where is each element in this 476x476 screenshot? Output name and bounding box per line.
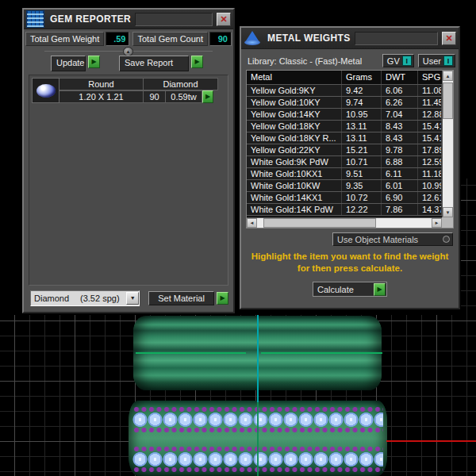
table-row[interactable]: Yellow Gold:22KY 15.21 9.78 17.89 xyxy=(247,144,442,156)
vertical-scrollbar[interactable]: ▲ ▼ xyxy=(442,71,453,217)
cell-grams[interactable]: 15.21 xyxy=(342,144,382,155)
cell-spg[interactable]: 12.61 xyxy=(418,192,442,203)
horizontal-scrollbar[interactable]: ◄ ► xyxy=(247,217,442,228)
metal-weights-titlebar[interactable]: METAL WEIGHTS ✕ xyxy=(241,28,459,49)
gem-reporter-titlebar[interactable]: GEM REPORTER ✕ xyxy=(24,10,233,29)
cell-grams[interactable]: 13.11 xyxy=(342,132,382,144)
cell-dwt[interactable]: 6.11 xyxy=(382,168,418,179)
gem-thumbnail-cell[interactable] xyxy=(32,78,60,103)
table-row[interactable]: White Gold:10KW 9.35 6.01 10.99 xyxy=(247,180,442,192)
use-object-materials-button[interactable]: Use Object Materials xyxy=(332,232,453,246)
cell-spg[interactable]: 12.88 xyxy=(418,109,442,120)
titlebar-drag-area[interactable] xyxy=(135,13,213,26)
cell-metal[interactable]: Yellow Gold:22KY xyxy=(247,144,342,155)
cell-dwt[interactable]: 8.43 xyxy=(382,121,418,132)
profile-curve-left[interactable] xyxy=(136,352,246,354)
col-header-dwt[interactable]: DWT xyxy=(382,71,418,84)
set-material-run-icon[interactable]: ▶ xyxy=(217,292,228,305)
set-material-button[interactable]: Set Material xyxy=(148,291,214,305)
col-header-grams[interactable]: Grams xyxy=(342,71,382,84)
save-report-button[interactable]: Save Report xyxy=(119,56,189,71)
table-row[interactable]: White Gold:14KX1 10.72 6.90 12.61 xyxy=(247,192,442,204)
cell-spg[interactable]: 11.08 xyxy=(418,85,442,96)
scroll-up-icon[interactable]: ▲ xyxy=(443,71,453,81)
gem-weight-value[interactable]: 0.59tw xyxy=(166,90,202,103)
calculate-run-icon[interactable]: ▶ xyxy=(374,283,386,296)
cell-metal[interactable]: Yellow Gold:14KY xyxy=(247,109,342,120)
user-toggle-button[interactable]: User I xyxy=(418,54,455,67)
cell-metal[interactable]: White Gold:14K PdW xyxy=(247,204,342,215)
cell-spg[interactable]: 15.41 xyxy=(418,121,442,132)
cell-metal[interactable]: Yellow Gold:9KY xyxy=(247,85,342,96)
cell-grams[interactable]: 10.72 xyxy=(342,192,382,203)
cell-metal[interactable]: Yellow Gold:18KY R... xyxy=(247,132,342,144)
titlebar-drag-area[interactable] xyxy=(355,32,438,45)
gem-row-run-icon[interactable]: ▶ xyxy=(202,90,213,103)
gem-count-value[interactable]: 90 xyxy=(144,90,166,103)
cell-grams[interactable]: 10.71 xyxy=(342,156,382,167)
table-row[interactable]: Yellow Gold:18KY 13.11 8.43 15.41 xyxy=(247,121,442,132)
cell-grams[interactable]: 9.51 xyxy=(342,168,382,179)
calculate-button[interactable]: Calculate ▶ xyxy=(313,282,387,297)
cell-metal[interactable]: Yellow Gold:10KY xyxy=(247,97,342,108)
cell-dwt[interactable]: 7.86 xyxy=(382,204,418,215)
cell-dwt[interactable]: 9.78 xyxy=(382,144,418,155)
cell-spg[interactable]: 12.59 xyxy=(418,156,442,167)
scroll-down-icon[interactable]: ▼ xyxy=(443,207,453,217)
update-button[interactable]: Update xyxy=(51,56,86,71)
col-header-spg[interactable]: SPG xyxy=(418,71,442,84)
save-report-run-icon[interactable]: ▶ xyxy=(191,56,203,68)
profile-curve-right[interactable] xyxy=(261,352,382,354)
cell-grams[interactable]: 12.22 xyxy=(342,204,382,215)
gem-size-value[interactable]: 1.20 X 1.21 xyxy=(60,90,144,103)
gv-toggle-button[interactable]: GV I xyxy=(382,54,414,67)
scroll-right-icon[interactable]: ► xyxy=(432,218,442,228)
close-icon[interactable]: ✕ xyxy=(442,32,456,45)
cell-spg[interactable]: 17.89 xyxy=(418,144,442,155)
gem-reporter-window: GEM REPORTER ✕ Total Gem Weight .59 Tota… xyxy=(22,8,235,313)
col-header-metal[interactable]: Metal xyxy=(247,71,342,84)
cell-spg[interactable]: 15.41 xyxy=(418,132,442,144)
cell-dwt[interactable]: 6.88 xyxy=(382,156,418,167)
cell-dwt[interactable]: 7.04 xyxy=(382,109,418,120)
material-dropdown[interactable]: Diamond (3.52 spg) ▼ xyxy=(30,290,140,306)
update-run-icon[interactable]: ▶ xyxy=(88,56,100,68)
cell-metal[interactable]: White Gold:9K PdW xyxy=(247,156,342,167)
cell-grams[interactable]: 9.42 xyxy=(342,85,382,96)
cell-metal[interactable]: White Gold:10KX1 xyxy=(247,168,342,179)
cell-spg[interactable]: 10.99 xyxy=(418,180,442,191)
cell-dwt[interactable]: 8.43 xyxy=(382,132,418,144)
cell-metal[interactable]: White Gold:14KX1 xyxy=(247,192,342,203)
use-object-materials-label: Use Object Materials xyxy=(337,235,418,244)
cell-grams[interactable]: 10.95 xyxy=(342,109,382,120)
chevron-down-icon[interactable]: ▼ xyxy=(126,292,139,305)
table-row[interactable]: Yellow Gold:18KY R... 13.11 8.43 15.41 xyxy=(247,132,442,144)
gem-report-panel: Round Diamond 1.20 X 1.21 90 0.59tw ▶ xyxy=(29,75,228,286)
vertical-scroll-thumb[interactable] xyxy=(443,83,453,119)
table-row[interactable]: White Gold:14K PdW 12.22 7.86 14.37 xyxy=(247,204,442,216)
cell-spg[interactable]: 11.45 xyxy=(418,97,442,108)
cell-dwt[interactable]: 6.06 xyxy=(382,85,418,96)
cell-metal[interactable]: White Gold:10KW xyxy=(247,180,342,191)
cell-metal[interactable]: Yellow Gold:18KY xyxy=(247,121,342,132)
cell-dwt[interactable]: 6.01 xyxy=(382,180,418,191)
application-window: GEM REPORTER ✕ Total Gem Weight .59 Tota… xyxy=(0,0,476,476)
scrollbar-corner xyxy=(442,217,453,228)
horizontal-scroll-thumb[interactable] xyxy=(263,218,376,228)
table-row[interactable]: Yellow Gold:10KY 9.74 6.26 11.45 xyxy=(247,97,442,109)
cell-spg[interactable]: 11.18 xyxy=(418,168,442,179)
cell-grams[interactable]: 9.35 xyxy=(342,180,382,191)
table-row[interactable]: White Gold:10KX1 9.51 6.11 11.18 xyxy=(247,168,442,180)
table-row[interactable]: Yellow Gold:14KY 10.95 7.04 12.88 xyxy=(247,109,442,121)
table-row[interactable]: White Gold:9K PdW 10.71 6.88 12.59 xyxy=(247,156,442,168)
cell-grams[interactable]: 13.11 xyxy=(342,121,382,132)
cell-grams[interactable]: 9.74 xyxy=(342,97,382,108)
cell-spg[interactable]: 14.37 xyxy=(418,204,442,215)
cell-dwt[interactable]: 6.90 xyxy=(382,192,418,203)
metal-table-header[interactable]: Metal Grams DWT SPG xyxy=(247,71,442,85)
table-row[interactable]: Yellow Gold:9KY 9.42 6.06 11.08 xyxy=(247,85,442,97)
close-icon[interactable]: ✕ xyxy=(217,13,231,26)
scroll-left-icon[interactable]: ◄ xyxy=(247,218,257,228)
viewport-grid-right[interactable] xyxy=(461,178,476,315)
cell-dwt[interactable]: 6.26 xyxy=(382,97,418,108)
